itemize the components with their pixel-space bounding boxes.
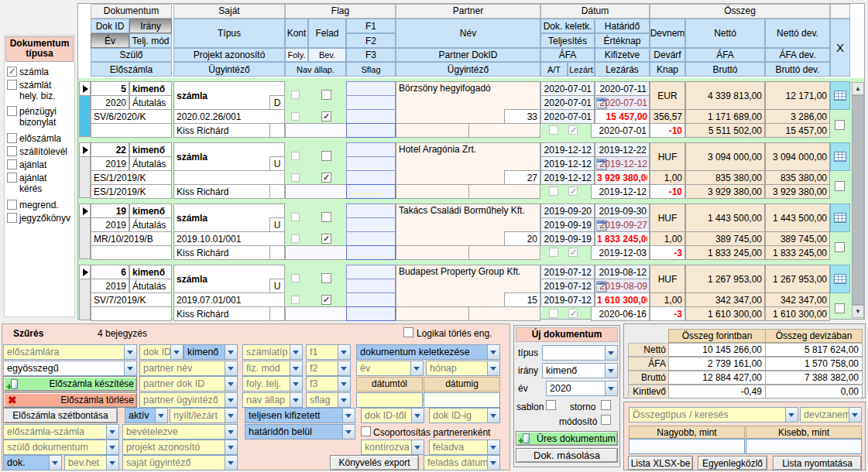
szulo-dokumentum-dropdown[interactable]: szülő dokumentum: [3, 440, 119, 455]
sablon-checkbox[interactable]: [546, 400, 556, 410]
cell-f3[interactable]: [346, 109, 396, 124]
chevron-down-icon[interactable]: [849, 408, 861, 422]
cell-afa-dev[interactable]: 389 745,00: [765, 231, 830, 246]
scrollbar-up-button[interactable]: ▲: [852, 82, 864, 95]
cell-netto[interactable]: 1 443 500,00: [685, 204, 765, 232]
dok-masolasa-button[interactable]: Dok. másolása: [516, 448, 618, 463]
chevron-down-icon[interactable]: [225, 425, 237, 439]
partner-ugyintezo-dropdown[interactable]: partner ügyintéző: [139, 392, 238, 408]
cell-partner-ugyintezo[interactable]: [396, 245, 469, 260]
kont-foly-checkbox[interactable]: [291, 112, 300, 121]
cell-ev[interactable]: 2019: [91, 279, 129, 293]
cell-tipus[interactable]: számla: [173, 265, 285, 293]
column-header-brutto[interactable]: Bruttó: [685, 62, 765, 77]
kont-foly-checkbox[interactable]: [291, 296, 300, 304]
row-selector[interactable]: [79, 156, 91, 198]
column-header-irany[interactable]: Irány: [129, 19, 172, 33]
row-x-checkbox[interactable]: [835, 242, 845, 252]
f2-dropdown[interactable]: f2: [306, 361, 351, 376]
cell-szulo[interactable]: MR/10/2019/B: [91, 231, 172, 246]
egyenlegkozlo-button[interactable]: Egyenlegközlő: [698, 456, 767, 470]
doctype-item-2[interactable]: számlát hely. biz.: [7, 80, 69, 101]
cell-dok-id[interactable]: 22: [91, 142, 129, 157]
chevron-down-icon[interactable]: [225, 393, 237, 407]
row-selector[interactable]: [79, 95, 91, 137]
chevron-down-icon[interactable]: [225, 409, 237, 422]
honap-dropdown[interactable]: hónap: [426, 361, 500, 376]
cell-tipus[interactable]: számla: [173, 142, 285, 171]
cell-partner-dokid[interactable]: 27: [504, 170, 540, 185]
kont-foly-checkbox[interactable]: [291, 173, 300, 182]
column-header-afa-dev[interactable]: ÁFA dev.: [765, 48, 830, 62]
cell-netto[interactable]: 3 094 000,00: [685, 142, 765, 171]
cell-netto-dev[interactable]: 1 267 953,00: [765, 265, 830, 293]
cell-tipus[interactable]: számla: [173, 81, 285, 110]
nyilt-lezart-dropdown[interactable]: nyílt/lezárt: [170, 408, 238, 423]
lista-xlsx-button[interactable]: Lista XLSX-be: [628, 456, 693, 470]
column-header-afa-d[interactable]: ÁFA: [540, 48, 595, 62]
cell-du-flag-2[interactable]: [269, 123, 285, 138]
column-header-eloszamla[interactable]: Előszámla: [91, 62, 172, 77]
chevron-down-icon[interactable]: [290, 377, 302, 391]
column-header-tipus[interactable]: Típus: [173, 19, 285, 48]
cell-f2[interactable]: [346, 217, 396, 232]
chevron-down-icon[interactable]: [487, 361, 499, 375]
cell-szulo[interactable]: ES/1/2019/K: [91, 170, 172, 185]
nav-allap-dropdown[interactable]: nav állap: [242, 392, 303, 408]
doctype-item-8[interactable]: megrend.: [7, 200, 69, 211]
row-selector[interactable]: [79, 217, 91, 259]
chevron-down-icon[interactable]: [487, 456, 499, 470]
cell-netto[interactable]: 1 267 953,00: [685, 265, 765, 293]
cell-projekt[interactable]: 2019.10.01/001: [173, 231, 285, 246]
doctype-checkbox[interactable]: [7, 67, 17, 77]
cell-afa-datum[interactable]: 2019-12-12: [540, 170, 595, 185]
row-selector-arrow[interactable]: [79, 265, 91, 279]
eloszamla-szetbontasa-button[interactable]: Előszámla szétbontása: [3, 408, 118, 423]
cell-ugyintezo[interactable]: Kiss Richárd: [173, 184, 270, 199]
row-details-button[interactable]: [830, 265, 850, 293]
cell-netto-dev[interactable]: 3 094 000,00: [765, 142, 830, 171]
cell-telj-mod[interactable]: Átutalás: [129, 279, 172, 293]
datumig-input[interactable]: [424, 392, 500, 408]
column-header-kifizetve[interactable]: Kifizetve: [595, 48, 650, 62]
feladva-dropdown[interactable]: feladva: [429, 440, 500, 455]
cell-brutto[interactable]: 1 610 300,00: [685, 306, 765, 321]
chevron-down-icon[interactable]: [605, 346, 617, 360]
hataridon-belul-dropdown[interactable]: határidőn belül: [245, 424, 355, 440]
column-header-devarf[interactable]: Devárf: [650, 48, 685, 62]
column-header-at[interactable]: A/T: [540, 62, 568, 77]
modosito-checkbox[interactable]: [601, 415, 611, 425]
doctype-item-5[interactable]: szállítólevél: [7, 146, 69, 158]
cell-dok-keletk[interactable]: 2019-07-12: [540, 265, 595, 279]
cell-devarf[interactable]: 356,57: [650, 109, 685, 124]
cell-teljesites[interactable]: 2019-07-12: [540, 279, 595, 293]
doctype-checkbox[interactable]: [7, 133, 17, 143]
ev-dropdown[interactable]: év: [356, 361, 424, 376]
doctype-checkbox[interactable]: [7, 106, 17, 116]
cell-hatarido[interactable]: 2019-09-30: [595, 204, 650, 218]
kisebb-mint-input[interactable]: [746, 439, 862, 454]
cell-afa-dev[interactable]: 835 380,00: [765, 170, 830, 185]
column-header-knap[interactable]: Knap: [650, 62, 685, 77]
cell-eloszamla[interactable]: ES/1/2019/K: [91, 184, 172, 199]
cell-lezaras[interactable]: 2019-12-12: [591, 184, 650, 199]
datumtol-input[interactable]: [356, 392, 423, 408]
cell-partner-ugyintezo-2[interactable]: [468, 123, 540, 138]
cell-du-flag[interactable]: U: [269, 156, 285, 171]
cell-telj-mod[interactable]: Átutalás: [129, 95, 172, 110]
cell-ev[interactable]: 2019: [91, 217, 129, 232]
ures-dokumentum-button[interactable]: +Üres dokumentum: [516, 431, 618, 446]
column-header-brutto-dev[interactable]: Bruttó dev.: [765, 62, 830, 77]
row-details-button[interactable]: [830, 81, 850, 110]
dok-dropdown[interactable]: dok.: [3, 455, 62, 470]
scrollbar-thumb[interactable]: [852, 95, 864, 305]
column-header-ugyintezo[interactable]: Ügyintéző: [173, 62, 285, 77]
felad-bev-checkbox[interactable]: [321, 173, 331, 183]
cell-devnem[interactable]: HUF: [650, 204, 685, 232]
chevron-down-icon[interactable]: [605, 364, 617, 378]
cell-afa-datum[interactable]: 2019-09-19: [540, 231, 595, 246]
cell-nav-allap-value[interactable]: [285, 184, 347, 199]
cell-devnem[interactable]: HUF: [650, 265, 685, 293]
column-header-bev[interactable]: Bev.: [308, 48, 346, 62]
felad-checkbox[interactable]: [321, 212, 331, 222]
